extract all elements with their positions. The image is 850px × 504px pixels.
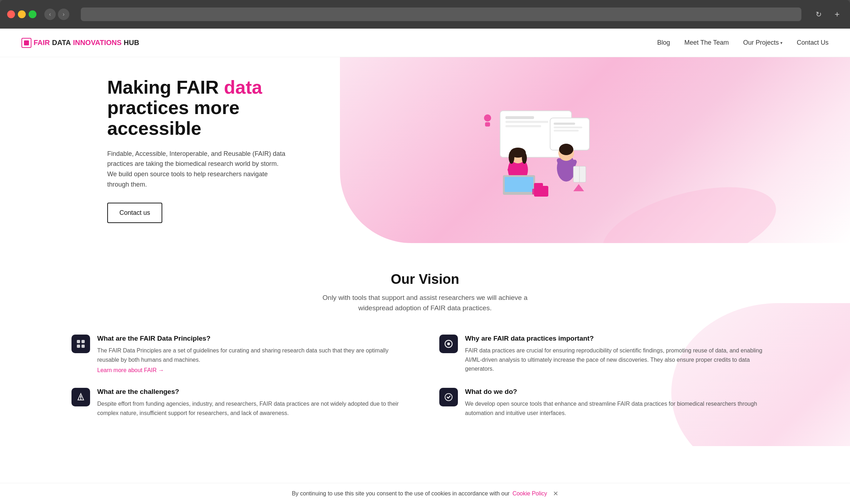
hero-content: Making FAIR data practices more accessib… xyxy=(0,57,850,243)
blog-link[interactable]: Blog xyxy=(657,39,670,46)
svg-rect-17 xyxy=(534,183,543,187)
challenges-title: What are the challenges? xyxy=(97,388,411,396)
site-logo[interactable]: FAIR DATA INNOVATIONS HUB xyxy=(21,38,139,48)
svg-point-37 xyxy=(80,399,81,400)
cookie-message: By continuing to use this site you conse… xyxy=(292,490,509,497)
logo-fair: FAIR xyxy=(34,39,50,47)
svg-rect-7 xyxy=(554,130,579,132)
what-we-do-body: We develop open source tools that enhanc… xyxy=(465,399,779,417)
svg-rect-31 xyxy=(77,345,80,348)
minimize-button-traffic-light[interactable] xyxy=(18,10,26,18)
address-bar[interactable] xyxy=(81,8,801,21)
fair-importance-body: FAIR data practices are crucial for ensu… xyxy=(465,346,779,374)
vision-subtitle: Only with tools that support and assist … xyxy=(71,293,779,313)
refresh-button[interactable]: ↻ xyxy=(813,9,824,20)
cookie-banner: By continuing to use this site you conse… xyxy=(0,483,850,504)
svg-rect-3 xyxy=(505,125,541,127)
fair-principles-card: What are the FAIR Data Principles? The F… xyxy=(71,335,411,374)
contact-us-nav-link[interactable]: Contact Us xyxy=(797,39,829,46)
svg-marker-27 xyxy=(573,184,584,191)
what-we-do-icon xyxy=(439,388,458,406)
researchers-illustration xyxy=(471,100,593,200)
challenges-icon xyxy=(71,388,90,406)
fair-principles-text: What are the FAIR Data Principles? The F… xyxy=(97,335,411,374)
fair-principles-icon xyxy=(71,335,90,353)
fair-importance-title: Why are FAIR data practices important? xyxy=(465,335,779,342)
fair-principles-title: What are the FAIR Data Principles? xyxy=(97,335,411,342)
fair-importance-card: Why are FAIR data practices important? F… xyxy=(439,335,779,374)
new-tab-button[interactable]: + xyxy=(831,9,843,20)
svg-rect-5 xyxy=(554,123,575,125)
svg-point-11 xyxy=(509,151,514,164)
back-button[interactable]: ‹ xyxy=(44,9,56,20)
cookie-close-button[interactable]: ✕ xyxy=(553,490,558,498)
learn-more-link[interactable]: Learn more about FAIR → xyxy=(97,367,164,374)
logo-icon xyxy=(21,38,31,48)
contact-us-hero-button[interactable]: Contact us xyxy=(107,203,162,223)
fair-importance-icon xyxy=(439,335,458,353)
svg-rect-32 xyxy=(81,345,85,348)
svg-rect-26 xyxy=(485,122,490,127)
logo-innovations: INNOVATIONS xyxy=(73,39,122,47)
hero-text: Making FAIR data practices more accessib… xyxy=(107,77,286,223)
what-we-do-title: What do we do? xyxy=(465,388,779,396)
traffic-lights xyxy=(7,10,36,18)
projects-chevron-icon: ▾ xyxy=(780,40,782,45)
what-we-do-card: What do we do? We develop open source to… xyxy=(439,388,779,417)
svg-rect-29 xyxy=(77,340,80,343)
website-content: FAIR DATA INNOVATIONS HUB Blog Meet The … xyxy=(0,29,850,504)
what-we-do-text: What do we do? We develop open source to… xyxy=(465,388,779,417)
our-projects-link[interactable]: Our Projects ▾ xyxy=(743,39,782,46)
vision-section: Our Vision Only with tools that support … xyxy=(0,243,850,446)
svg-rect-28 xyxy=(532,189,538,194)
svg-rect-1 xyxy=(505,116,534,119)
challenges-body: Despite effort from funding agencies, in… xyxy=(97,399,411,417)
maximize-button-traffic-light[interactable] xyxy=(29,10,36,18)
forward-button[interactable]: › xyxy=(58,9,69,20)
logo-data: DATA xyxy=(52,39,71,47)
challenges-card: What are the challenges? Despite effort … xyxy=(71,388,411,417)
fair-principles-body: The FAIR Data Principles are a set of gu… xyxy=(97,346,411,364)
svg-rect-6 xyxy=(554,127,582,128)
svg-point-34 xyxy=(447,342,450,345)
vision-title: Our Vision xyxy=(71,272,779,287)
close-button-traffic-light[interactable] xyxy=(7,10,15,18)
svg-point-25 xyxy=(484,114,491,122)
challenges-text: What are the challenges? Despite effort … xyxy=(97,388,411,417)
svg-point-12 xyxy=(522,152,527,164)
svg-rect-30 xyxy=(81,340,85,343)
browser-chrome: ‹ › ↻ + xyxy=(0,0,850,29)
fair-importance-text: Why are FAIR data practices important? F… xyxy=(465,335,779,374)
hero-description: Findable, Accessible, Interoperable, and… xyxy=(107,149,286,190)
svg-rect-2 xyxy=(505,121,548,123)
svg-rect-15 xyxy=(505,177,533,192)
logo-hub: HUB xyxy=(124,39,139,47)
hero-title: Making FAIR data practices more accessib… xyxy=(107,77,286,139)
hero-title-highlight: data xyxy=(224,77,262,98)
hero-section: Making FAIR data practices more accessib… xyxy=(0,57,850,243)
cookie-policy-link[interactable]: Cookie Policy xyxy=(513,490,547,497)
hero-illustration xyxy=(286,93,779,207)
nav-links: Blog Meet The Team Our Projects ▾ Contac… xyxy=(657,39,829,46)
vision-cards-grid: What are the FAIR Data Principles? The F… xyxy=(71,335,779,417)
browser-nav-buttons: ‹ › xyxy=(44,9,69,20)
svg-point-20 xyxy=(559,144,573,155)
meet-team-link[interactable]: Meet The Team xyxy=(685,39,729,46)
navbar: FAIR DATA INNOVATIONS HUB Blog Meet The … xyxy=(0,29,850,57)
